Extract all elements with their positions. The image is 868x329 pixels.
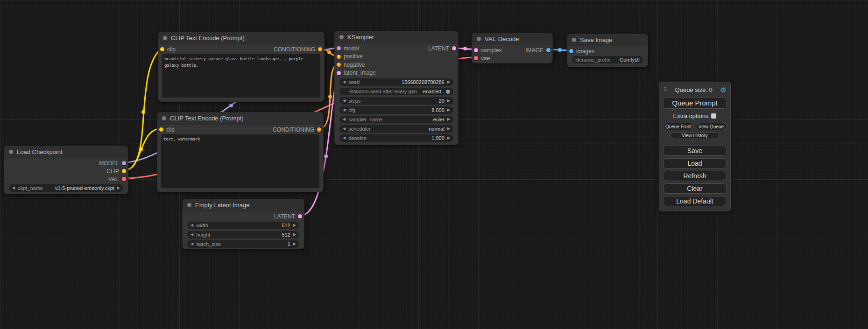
node-title-bar[interactable]: Save Image — [567, 34, 648, 46]
wire-midpoint-dot — [328, 95, 332, 98]
settings-gear-icon[interactable]: ⚙ — [720, 86, 727, 93]
port-model-input[interactable] — [337, 46, 341, 50]
widget-width[interactable]: ◀ width 512 ▶ — [187, 222, 299, 229]
port-clip-input[interactable] — [160, 47, 164, 51]
graph-canvas[interactable]: Load Checkpoint MODEL CLIP VAE ◀ ckpt_na… — [0, 0, 868, 329]
decrement-arrow-icon[interactable]: ◀ — [191, 224, 193, 227]
port-clip-output[interactable] — [122, 169, 126, 173]
collapse-dot-icon[interactable] — [163, 36, 167, 40]
decrement-arrow-icon[interactable]: ◀ — [343, 118, 346, 121]
save-button[interactable]: Save — [663, 146, 727, 156]
node-title: VAE Decode — [485, 35, 519, 42]
output-port-label: VAE — [108, 176, 119, 182]
node-title-bar[interactable]: CLIP Text Encode (Prompt) — [158, 32, 324, 44]
toggle-on-indicator[interactable] — [446, 90, 450, 94]
queue-front-button[interactable]: Queue Front — [663, 123, 694, 130]
increment-arrow-icon[interactable]: ▶ — [447, 118, 450, 121]
view-queue-button[interactable]: View Queue — [696, 123, 727, 130]
node-title-bar[interactable]: CLIP Text Encode (Prompt) — [157, 112, 323, 125]
collapse-dot-icon[interactable] — [572, 38, 576, 42]
prompt-textarea[interactable]: beautiful scenery nature glass bottle la… — [162, 54, 320, 98]
input-port-label: latent_image — [344, 70, 376, 76]
increment-arrow-icon[interactable]: ▶ — [447, 108, 450, 112]
node-title-bar[interactable]: Load Checkpoint — [4, 146, 128, 158]
decrement-arrow-icon[interactable]: ◀ — [343, 108, 346, 112]
decrement-arrow-icon[interactable]: ◀ — [12, 186, 15, 190]
node-load-checkpoint[interactable]: Load Checkpoint MODEL CLIP VAE ◀ ckpt_na… — [4, 146, 128, 194]
drag-handle-icon[interactable]: ⠿ — [663, 86, 667, 93]
node-title-bar[interactable]: VAE Decode — [472, 33, 552, 45]
node-title: Load Checkpoint — [17, 148, 63, 155]
increment-arrow-icon[interactable]: ▶ — [117, 186, 120, 190]
node-save-image[interactable]: Save Image images filename_prefix ComfyU… — [567, 34, 648, 67]
queue-prompt-button[interactable]: Queue Prompt — [663, 97, 727, 109]
clear-button[interactable]: Clear — [663, 183, 727, 194]
port-latent-image-input[interactable] — [337, 71, 341, 75]
extra-options-checkbox[interactable] — [711, 113, 716, 119]
queue-panel[interactable]: ⠿ Queue size: 0 ⚙ Queue Prompt Extra opt… — [659, 82, 731, 211]
widget-value: enabled — [423, 89, 441, 94]
node-vae-decode[interactable]: VAE Decode samples IMAGE vae — [472, 33, 553, 63]
output-port-label: LATENT — [274, 213, 295, 220]
widget-label: denoise — [348, 135, 367, 141]
port-conditioning-output[interactable] — [318, 47, 322, 51]
increment-arrow-icon[interactable]: ▶ — [447, 99, 450, 103]
port-latent-output[interactable] — [298, 214, 302, 218]
widget-value: 512 — [282, 232, 290, 238]
widget-filename-prefix[interactable]: filename_prefix ComfyUI — [572, 56, 643, 63]
widget-value: 512 — [282, 223, 290, 228]
widget-seed[interactable]: ◀ seed 156680208700286 ▶ — [339, 78, 453, 86]
prompt-textarea[interactable]: text, watermark — [161, 134, 319, 188]
decrement-arrow-icon[interactable]: ◀ — [191, 242, 193, 246]
port-images-input[interactable] — [569, 49, 573, 53]
widget-denoise[interactable]: ◀ denoise 1.000 ▶ — [339, 134, 453, 142]
port-conditioning-output[interactable] — [317, 127, 321, 132]
decrement-arrow-icon[interactable]: ◀ — [343, 127, 346, 131]
increment-arrow-icon[interactable]: ▶ — [293, 224, 296, 227]
port-negative-input[interactable] — [337, 63, 341, 67]
collapse-dot-icon[interactable] — [339, 35, 344, 39]
decrement-arrow-icon[interactable]: ◀ — [191, 233, 193, 237]
port-model-output[interactable] — [122, 161, 126, 165]
node-title-bar[interactable]: KSampler — [335, 31, 458, 43]
node-ksampler[interactable]: KSampler model LATENT positive negative … — [334, 31, 459, 145]
port-image-output[interactable] — [546, 48, 550, 52]
collapse-dot-icon[interactable] — [162, 116, 166, 120]
widget-cfg[interactable]: ◀ cfg 8.000 ▶ — [339, 106, 453, 114]
collapse-dot-icon[interactable] — [477, 37, 481, 41]
node-empty-latent-image[interactable]: Empty Latent Image LATENT ◀ width 512 ▶ … — [182, 199, 304, 249]
decrement-arrow-icon[interactable]: ◀ — [343, 80, 346, 84]
port-vae-input[interactable] — [474, 56, 478, 60]
output-port-label: IMAGE — [525, 47, 543, 54]
port-vae-output[interactable] — [122, 177, 126, 181]
node-clip-text-encode-positive[interactable]: CLIP Text Encode (Prompt) clip CONDITION… — [158, 32, 325, 102]
decrement-arrow-icon[interactable]: ◀ — [343, 136, 346, 140]
increment-arrow-icon[interactable]: ▶ — [447, 136, 450, 140]
widget-random-seed-toggle[interactable]: Random seed after every gen enabled — [339, 88, 453, 95]
port-positive-input[interactable] — [337, 55, 341, 59]
widget-height[interactable]: ◀ height 512 ▶ — [187, 231, 299, 238]
collapse-dot-icon[interactable] — [187, 203, 191, 207]
node-clip-text-encode-negative[interactable]: CLIP Text Encode (Prompt) clip CONDITION… — [157, 112, 324, 192]
increment-arrow-icon[interactable]: ▶ — [447, 80, 450, 84]
increment-arrow-icon[interactable]: ▶ — [447, 127, 450, 131]
widget-batch-size[interactable]: ◀ batch_size 1 ▶ — [187, 240, 299, 248]
refresh-button[interactable]: Refresh — [663, 171, 727, 181]
decrement-arrow-icon[interactable]: ◀ — [343, 99, 346, 103]
increment-arrow-icon[interactable]: ▶ — [293, 233, 296, 237]
node-title-bar[interactable]: Empty Latent Image — [183, 199, 304, 211]
port-samples-input[interactable] — [474, 48, 478, 52]
collapse-dot-icon[interactable] — [9, 150, 13, 154]
view-history-button[interactable]: View History — [670, 132, 719, 139]
port-latent-output[interactable] — [452, 46, 456, 50]
widget-scheduler[interactable]: ◀ scheduler normal ▶ — [339, 125, 453, 133]
widget-ckpt-name[interactable]: ◀ ckpt_name v1-5-pruned-emaonly.ckpt ▶ — [9, 184, 123, 192]
load-default-button[interactable]: Load Default — [663, 196, 727, 206]
increment-arrow-icon[interactable]: ▶ — [293, 242, 296, 246]
load-button[interactable]: Load — [663, 158, 727, 168]
widget-steps[interactable]: ◀ steps 20 ▶ — [339, 97, 453, 105]
widget-sampler-name[interactable]: ◀ sampler_name euler ▶ — [339, 116, 453, 123]
input-port-label: model — [344, 45, 359, 52]
port-clip-input[interactable] — [159, 127, 163, 132]
wire-midpoint-dot — [139, 147, 143, 151]
